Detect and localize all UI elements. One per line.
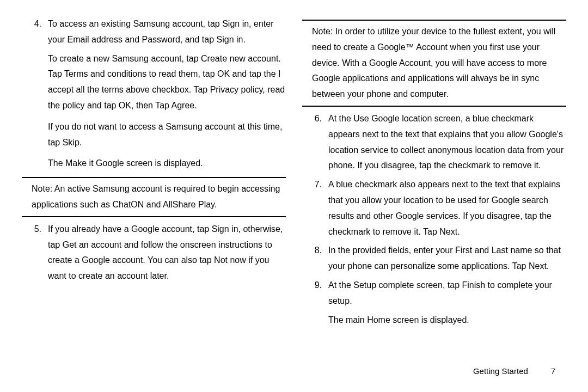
divider bbox=[22, 177, 286, 178]
divider bbox=[22, 216, 286, 217]
section-title: Getting Started bbox=[473, 366, 528, 376]
note-label: Note: bbox=[32, 184, 52, 193]
list-item-5: 5. If you already have a Google account,… bbox=[22, 222, 286, 284]
note-samsung-account: Note: An active Samsung account is requi… bbox=[22, 181, 286, 213]
divider bbox=[302, 106, 566, 107]
note-body-first: An active Samsung account is required to… bbox=[32, 184, 280, 209]
page: 4. To access an existing Samsung account… bbox=[0, 0, 588, 392]
item-number: 8. bbox=[302, 243, 328, 274]
list-item-6: 6. At the Use Google location screen, a … bbox=[302, 111, 566, 174]
divider bbox=[302, 20, 566, 21]
item-number: 4. bbox=[22, 16, 48, 48]
list-item-7: 7. A blue checkmark also appears next to… bbox=[302, 177, 566, 240]
list-item-8: 8. In the provided fields, enter your Fi… bbox=[302, 243, 566, 274]
note-label: Note: bbox=[312, 27, 333, 36]
list-item-4: 4. To access an existing Samsung account… bbox=[22, 16, 286, 48]
item-text: In the provided fields, enter your First… bbox=[328, 243, 566, 274]
item-text: A blue checkmark also appears next to th… bbox=[328, 177, 566, 240]
paragraph-make-it-google: The Make it Google screen is displayed. bbox=[22, 156, 286, 171]
item-number: 7. bbox=[302, 177, 328, 240]
paragraph-home-screen: The main Home screen is displayed. bbox=[302, 313, 566, 328]
paragraph-skip: If you do not want to access a Samsung a… bbox=[22, 119, 286, 151]
paragraph-create-account: To create a new Samsung account, tap Cre… bbox=[22, 51, 286, 114]
item-text: To access an existing Samsung account, t… bbox=[48, 16, 286, 48]
item-number: 5. bbox=[22, 222, 48, 284]
item-number: 9. bbox=[302, 278, 328, 309]
page-footer: Getting Started 7 bbox=[473, 366, 555, 376]
list-item-9: 9. At the Setup complete screen, tap Fin… bbox=[302, 278, 566, 309]
page-number: 7 bbox=[539, 366, 555, 376]
item-text: At the Setup complete screen, tap Finish… bbox=[328, 278, 566, 309]
item-number: 6. bbox=[302, 111, 328, 174]
item-text: If you already have a Google account, ta… bbox=[48, 222, 286, 284]
item-text: At the Use Google location screen, a blu… bbox=[328, 111, 566, 174]
note-google-account: Note: In order to utilize your device to… bbox=[302, 24, 566, 102]
right-column: Note: In order to utilize your device to… bbox=[302, 16, 566, 381]
note-body: In order to utilize your device to the f… bbox=[312, 27, 555, 99]
left-column: 4. To access an existing Samsung account… bbox=[22, 16, 286, 381]
